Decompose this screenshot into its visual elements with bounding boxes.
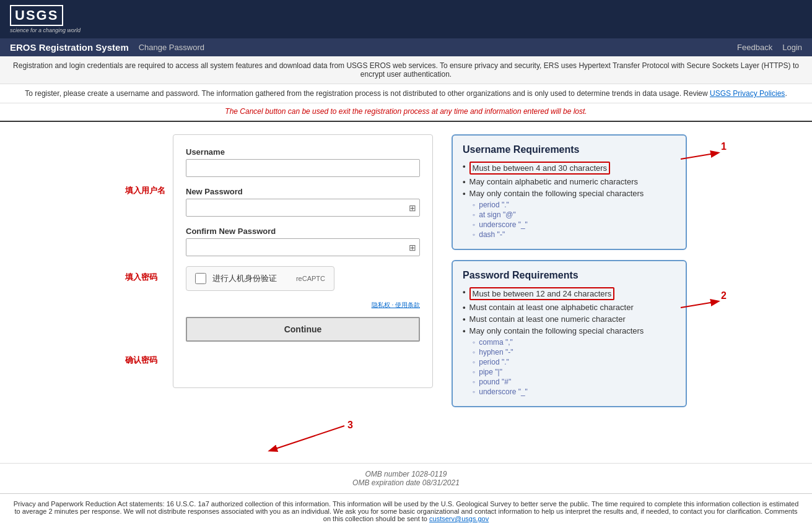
annotation-1-label: 1: [721, 141, 727, 152]
omb-line1: OMB number 1028-0119: [6, 470, 806, 478]
username-label: Username: [186, 147, 420, 157]
main-content: 填入用户名 填入密码 确认密码 Username New Password ⊞ …: [0, 122, 812, 420]
captcha-checkbox[interactable]: [195, 273, 206, 284]
password-req-4: May only contain the following special c…: [463, 326, 676, 335]
chinese-label-username: 填入用户名: [125, 163, 165, 218]
password-req-title: Password Requirements: [463, 270, 676, 281]
new-password-input[interactable]: [186, 199, 420, 217]
usgs-logo-box: USGS: [10, 5, 63, 26]
password-req-3: Must contain at least one numeric charac…: [463, 314, 676, 324]
privacy-link[interactable]: USGS Privacy Policies: [710, 89, 785, 98]
usgs-logo-text: USGS: [15, 7, 58, 24]
username-input[interactable]: [186, 159, 420, 177]
username-requirements-card: Username Requirements Must be between 4 …: [452, 134, 687, 250]
nav-bar: EROS Registration System Change Password…: [0, 38, 812, 56]
password-req-2: Must contain at least one alphabetic cha…: [463, 303, 676, 312]
password-special-list: comma "," hyphen "-" period "." pipe "|"…: [463, 338, 676, 396]
username-special-list: period "." at sign "@" underscore "_" da…: [463, 201, 676, 239]
username-group: Username: [186, 147, 420, 177]
username-req-1-text: Must be between 4 and 30 characters: [469, 162, 611, 175]
username-req-2-text: May contain alphabetic and numeric chara…: [469, 177, 638, 186]
password-req-2-text: Must contain at least one alphabetic cha…: [469, 303, 634, 312]
password-requirements-card: Password Requirements Must be between 12…: [452, 260, 687, 407]
svg-line-3: [270, 426, 344, 451]
continue-button[interactable]: Continue: [186, 317, 420, 342]
username-req-2: May contain alphabetic and numeric chara…: [463, 177, 676, 186]
footer-privacy: Privacy and Paperwork Reduction Act stat…: [0, 493, 812, 523]
chinese-labels: 填入用户名 填入密码 确认密码: [125, 134, 173, 388]
privacy-text: Privacy and Paperwork Reduction Act stat…: [14, 500, 799, 522]
username-req-3-text: May only contain the following special c…: [469, 189, 644, 198]
username-req-list: Must be between 4 and 30 characters May …: [463, 162, 676, 198]
login-link[interactable]: Login: [782, 43, 802, 52]
right-section: Username Requirements Must be between 4 …: [452, 134, 687, 407]
form-card: Username New Password ⊞ Confirm New Pass…: [173, 134, 433, 388]
username-special-1: period ".": [473, 201, 676, 209]
confirm-password-visibility-icon[interactable]: ⊞: [409, 243, 416, 253]
register-note: To register, please create a username an…: [0, 84, 812, 103]
annotation-2-label: 2: [721, 290, 727, 301]
new-password-group: New Password ⊞: [186, 187, 420, 217]
chinese-label-confirm: 确认密码: [125, 332, 165, 388]
usgs-logo: USGS science for a changing world: [10, 5, 81, 33]
nav-right: Feedback Login: [737, 43, 802, 52]
password-special-3: period ".": [473, 358, 676, 366]
password-req-list: Must be between 12 and 24 characters Mus…: [463, 287, 676, 335]
left-section: 填入用户名 填入密码 确认密码 Username New Password ⊞ …: [125, 134, 433, 388]
password-special-2: hyphen "-": [473, 348, 676, 357]
password-special-1: comma ",": [473, 338, 676, 347]
captcha-brand: reCAPTC: [296, 275, 325, 282]
cancel-text: The Cancel button can be used to exit th…: [225, 107, 587, 116]
annotation-3-label: 3: [347, 420, 353, 430]
new-password-label: New Password: [186, 187, 420, 196]
captcha-privacy-link[interactable]: 隐私权 · 使用条款: [372, 301, 420, 308]
usgs-subtext: science for a changing world: [10, 27, 81, 33]
username-req-3: May only contain the following special c…: [463, 189, 676, 198]
info-text-1: Registration and login credentials are r…: [13, 61, 799, 79]
confirm-password-input[interactable]: [186, 238, 420, 256]
footer-omb: OMB number 1028-0119 OMB expiration date…: [0, 463, 812, 493]
password-req-3-text: Must contain at least one numeric charac…: [469, 314, 626, 324]
register-text: To register, please create a username an…: [25, 89, 710, 98]
password-special-4: pipe "|": [473, 368, 676, 376]
password-req-1-text: Must be between 12 and 24 characters: [469, 287, 615, 300]
cancel-note: The Cancel button can be used to exit th…: [0, 103, 812, 122]
captcha-bottom: 隐私权 · 使用条款: [186, 301, 420, 309]
privacy-email[interactable]: custserv@usgs.gov: [429, 515, 489, 522]
username-special-4: dash "-": [473, 230, 676, 239]
chinese-label-password: 填入密码: [125, 249, 165, 305]
annotation-3-area: 3: [233, 420, 580, 457]
captcha-text: 进行人机身份验证: [212, 273, 277, 284]
password-req-4-text: May only contain the following special c…: [469, 326, 644, 335]
password-req-1: Must be between 12 and 24 characters: [463, 287, 676, 300]
confirm-password-wrapper: ⊞: [186, 238, 420, 256]
nav-title: EROS Registration System: [10, 42, 129, 53]
password-special-5: pound "#": [473, 378, 676, 386]
omb-line2: OMB expiration date 08/31/2021: [6, 478, 806, 487]
new-password-wrapper: ⊞: [186, 199, 420, 217]
feedback-link[interactable]: Feedback: [737, 43, 772, 52]
captcha-area: 进行人机身份验证 reCAPTC: [186, 266, 334, 291]
top-header: USGS science for a changing world: [0, 0, 812, 38]
annotation-3-arrow: 3: [233, 420, 357, 457]
confirm-password-label: Confirm New Password: [186, 227, 420, 236]
password-special-6: underscore "_": [473, 387, 676, 396]
requirements-column: Username Requirements Must be between 4 …: [452, 134, 687, 407]
password-visibility-icon[interactable]: ⊞: [409, 203, 416, 213]
nav-breadcrumb: Change Password: [139, 43, 204, 52]
username-special-2: at sign "@": [473, 210, 676, 219]
username-special-3: underscore "_": [473, 220, 676, 229]
info-bar: Registration and login credentials are r…: [0, 56, 812, 84]
confirm-password-group: Confirm New Password ⊞: [186, 227, 420, 256]
nav-left: EROS Registration System Change Password: [10, 42, 204, 53]
username-req-title: Username Requirements: [463, 144, 676, 155]
username-req-1: Must be between 4 and 30 characters: [463, 162, 676, 175]
